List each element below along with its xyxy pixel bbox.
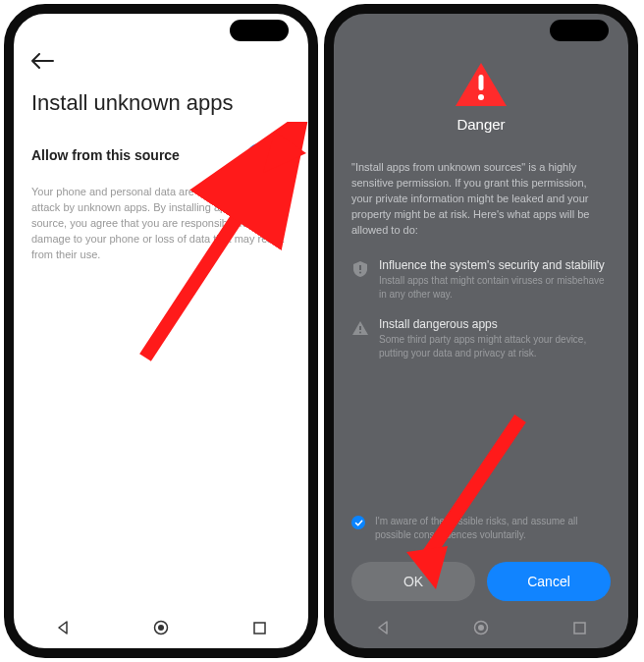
nav-home-button[interactable] xyxy=(151,618,171,637)
triangle-back-icon xyxy=(56,621,70,634)
warning-item-1-title: Influence the system's security and stab… xyxy=(379,258,611,272)
back-arrow-icon xyxy=(31,53,55,69)
svg-rect-4 xyxy=(479,75,484,90)
circle-home-icon xyxy=(153,620,169,635)
nav-recent-button[interactable] xyxy=(569,618,589,637)
ok-button[interactable]: OK xyxy=(351,562,475,601)
check-icon xyxy=(354,519,363,527)
svg-rect-8 xyxy=(359,326,361,330)
warning-item-2-sub: Some third party apps might attack your … xyxy=(379,333,611,360)
camera-cutout xyxy=(550,20,609,41)
svg-point-9 xyxy=(359,331,361,333)
circle-home-icon xyxy=(473,620,489,635)
consent-checkbox[interactable] xyxy=(351,516,365,529)
navbar xyxy=(334,607,628,648)
phone-right: Danger "Install apps from unknown source… xyxy=(324,4,638,658)
shield-warning-icon xyxy=(351,260,369,278)
triangle-warning-icon xyxy=(351,319,369,337)
svg-point-1 xyxy=(158,625,164,631)
nav-recent-button[interactable] xyxy=(249,618,269,637)
square-recent-icon xyxy=(253,622,266,634)
description-text: Your phone and personal data are more vu… xyxy=(31,185,291,263)
warning-item-1-sub: Install apps that might contain viruses … xyxy=(379,274,611,302)
warning-item-2-title: Install dangerous apps xyxy=(379,317,611,331)
svg-rect-2 xyxy=(254,623,265,634)
allow-toggle-row[interactable]: Allow from this source xyxy=(31,143,291,167)
dialog-description: "Install apps from unknown sources" is a… xyxy=(351,160,611,239)
svg-point-5 xyxy=(478,94,484,100)
warning-item-1: Influence the system's security and stab… xyxy=(351,258,611,302)
consent-row[interactable]: I'm aware of the possible risks, and ass… xyxy=(351,515,611,542)
page-title: Install unknown apps xyxy=(31,90,291,116)
warning-item-2: Install dangerous apps Some third party … xyxy=(351,317,611,360)
square-recent-icon xyxy=(573,622,586,634)
warning-triangle-icon xyxy=(454,61,509,108)
toggle-label: Allow from this source xyxy=(31,147,180,163)
nav-back-button[interactable] xyxy=(373,618,393,637)
nav-home-button[interactable] xyxy=(471,618,491,637)
phone-left: Install unknown apps Allow from this sou… xyxy=(4,4,318,658)
svg-point-11 xyxy=(478,625,484,631)
svg-point-7 xyxy=(359,271,361,273)
consent-text: I'm aware of the possible risks, and ass… xyxy=(375,515,611,542)
svg-rect-12 xyxy=(574,623,585,634)
triangle-back-icon xyxy=(376,621,390,634)
svg-rect-6 xyxy=(359,265,361,270)
dialog-title: Danger xyxy=(351,116,611,133)
back-button[interactable] xyxy=(31,53,55,73)
navbar xyxy=(14,607,308,648)
toggle-knob xyxy=(270,146,288,164)
camera-cutout xyxy=(230,20,289,41)
dialog-buttons: OK Cancel xyxy=(351,562,611,601)
nav-back-button[interactable] xyxy=(53,618,73,637)
allow-toggle[interactable] xyxy=(247,143,291,167)
cancel-button[interactable]: Cancel xyxy=(487,562,611,601)
